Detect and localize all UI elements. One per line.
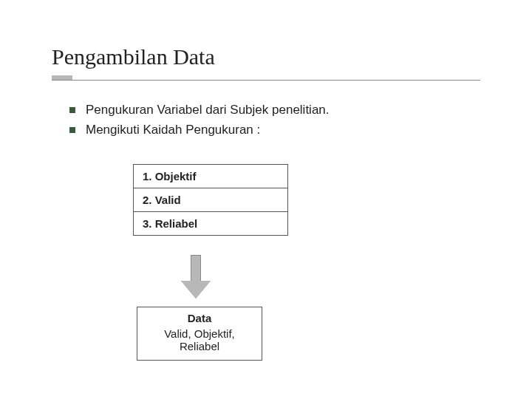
bullet-list: Pengukuran Variabel dari Subjek peneliti…	[69, 101, 480, 139]
arrow-head	[181, 281, 211, 299]
slide-title: Pengambilan Data	[52, 44, 480, 69]
result-box: Data Valid, Objektif, Reliabel	[137, 307, 262, 361]
slide: Pengambilan Data Pengukuran Variabel dar…	[0, 0, 532, 383]
bullet-item: Mengikuti Kaidah Pengukuran :	[69, 121, 480, 140]
bullet-text: Mengikuti Kaidah Pengukuran :	[86, 121, 260, 140]
arrow-stem	[191, 255, 201, 282]
result-subtext: Valid, Objektif, Reliabel	[143, 327, 256, 352]
down-arrow-icon	[181, 255, 211, 299]
bullet-text: Pengukuran Variabel dari Subjek peneliti…	[86, 101, 330, 120]
rules-box: 1. Objektif 2. Valid 3. Reliabel	[133, 164, 288, 236]
square-bullet-icon	[69, 127, 75, 133]
bullet-item: Pengukuran Variabel dari Subjek peneliti…	[69, 101, 480, 120]
rule-row: 2. Valid	[134, 188, 287, 212]
title-underline	[52, 80, 480, 81]
rule-row: 1. Objektif	[134, 165, 287, 188]
rule-row: 3. Reliabel	[134, 212, 287, 235]
square-bullet-icon	[69, 107, 75, 113]
result-heading: Data	[143, 312, 256, 324]
